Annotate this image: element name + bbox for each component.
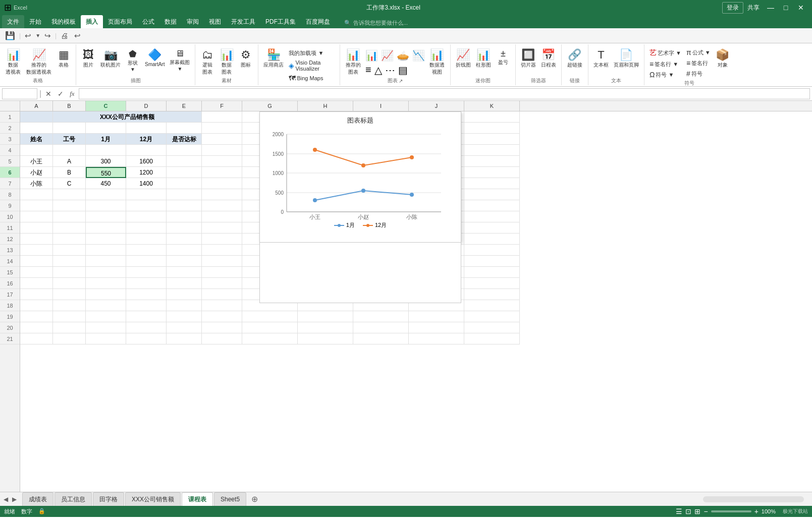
tab-pdf[interactable]: PDF工具集 [260,16,301,28]
undo-btn[interactable]: ↩ [23,30,33,41]
row-num-10[interactable]: 10 [0,211,20,222]
cell-A13[interactable] [20,245,53,256]
row-num-19[interactable]: 19 [0,311,20,322]
cell-G19[interactable] [242,311,298,322]
cell-D21[interactable] [126,333,167,344]
cell-E7[interactable] [167,178,202,189]
cell-C16[interactable] [86,278,126,289]
scatter-chart-btn[interactable]: ⋯ [384,63,396,77]
cell-B17[interactable] [53,289,86,300]
share-btn[interactable]: 共享 [747,4,760,12]
cell-E9[interactable] [167,200,202,211]
cell-D9[interactable] [126,200,167,211]
cell-B7[interactable]: C [53,178,86,189]
tab-mytemplate[interactable]: 我的模板 [46,15,81,28]
cell-F16[interactable] [202,278,242,289]
col-header-B[interactable]: B [53,101,86,111]
add-sheet-btn[interactable]: ⊕ [247,493,262,506]
cell-F2[interactable] [202,123,242,134]
store-btn[interactable]: 🏪应用商店 [261,47,286,70]
cell-B10[interactable] [53,211,86,222]
login-btn[interactable]: 登录 [722,2,743,14]
next-sheet-btn[interactable]: ▶ [11,496,18,503]
cell-K2[interactable] [464,123,520,134]
header-footer-btn[interactable]: 📄页眉和页脚 [612,47,641,70]
cell-F15[interactable] [202,267,242,278]
cell-F9[interactable] [202,200,242,211]
col-header-H[interactable]: H [298,101,353,111]
sparkline-wl-btn[interactable]: ±盈亏 [494,47,512,67]
cell-K21[interactable] [464,333,520,344]
cell-E10[interactable] [167,211,202,222]
cell-E17[interactable] [167,289,202,300]
sparkline-col-btn[interactable]: 📊柱形图 [474,47,493,70]
minimize-btn[interactable]: — [764,3,778,13]
cell-C11[interactable] [86,222,126,234]
print-btn[interactable]: 🖨 [59,30,70,41]
row-num-8[interactable]: 8 [0,189,20,200]
cell-D13[interactable] [126,245,167,256]
icon-btn[interactable]: ⚙图标 [237,47,255,70]
cell-A17[interactable] [20,289,53,300]
cell-K15[interactable] [464,267,520,278]
cell-K12[interactable] [464,234,520,245]
cell-K9[interactable] [464,200,520,211]
cell-B11[interactable] [53,222,86,234]
cell-K1[interactable] [464,111,520,123]
zoom-slider[interactable] [711,510,751,512]
view-normal-btn[interactable]: ☰ [676,507,682,515]
other-charts-btn[interactable]: ▤ [397,63,409,77]
tab-layout[interactable]: 页面布局 [103,16,137,28]
cell-C20[interactable] [86,322,126,333]
cell-D4[interactable] [126,145,167,156]
cell-D12[interactable] [126,234,167,245]
cell-D14[interactable] [126,256,167,267]
cell-E6[interactable] [167,167,202,178]
cell-A11[interactable] [20,222,53,234]
symbol-btn[interactable]: Ω符号 ▼ [647,70,683,80]
cell-K8[interactable] [464,189,520,200]
col-header-G[interactable]: G [242,101,298,111]
col-header-C[interactable]: C [86,101,126,111]
online-picture-btn[interactable]: 📷联机图片 [98,47,123,70]
cell-C13[interactable] [86,245,126,256]
search-box[interactable]: 🔍告诉我您想要做什么... [339,18,413,28]
cell-B4[interactable] [53,145,86,156]
wordart-btn[interactable]: 艺艺术字 ▼ [647,47,683,59]
insert-function-btn[interactable]: fx [68,90,76,98]
object-btn[interactable]: 📦对象 [714,47,732,70]
cell-F7[interactable] [202,178,242,189]
sheet-tab-scores[interactable]: 成绩表 [22,492,53,506]
formula-input[interactable]: 550 [79,88,810,99]
cell-A10[interactable] [20,211,53,222]
cell-F3[interactable] [202,134,242,145]
cell-A3[interactable]: 姓名 [20,134,53,145]
cell-B19[interactable] [53,311,86,322]
redo-btn[interactable]: ↪ [42,30,53,41]
cell-I20[interactable] [353,322,409,333]
pivot-table-btn[interactable]: 📊数据透视表 [3,47,23,77]
col-header-I[interactable]: I [353,101,409,111]
cell-E11[interactable] [167,222,202,234]
cell-A1[interactable] [20,111,53,123]
cell-C7[interactable]: 450 [86,178,126,189]
hierarchy-chart-btn[interactable]: 📉 [411,48,426,63]
row-num-14[interactable]: 14 [0,256,20,267]
recommended-charts-btn[interactable]: 📊推荐的图表 [343,47,363,77]
zoom-out-btn[interactable]: − [703,507,708,515]
col-header-E[interactable]: E [167,101,202,111]
cell-D10[interactable] [126,211,167,222]
view-layout-btn[interactable]: ⊡ [685,507,691,515]
tab-dev[interactable]: 开发工具 [226,16,260,28]
row-num-11[interactable]: 11 [0,222,20,234]
logic-chart-btn[interactable]: 🗂逻辑图表 [198,47,216,77]
cell-E19[interactable] [167,311,202,322]
row-num-21[interactable]: 21 [0,333,20,344]
cell-A18[interactable] [20,300,53,311]
cell-D6[interactable]: 1200 [126,167,167,178]
cell-C2[interactable] [86,123,126,134]
cell-E5[interactable] [167,156,202,167]
cell-D19[interactable] [126,311,167,322]
tab-insert[interactable]: 插入 [81,15,103,28]
data-chart-btn[interactable]: 📊数据图表 [218,47,236,77]
